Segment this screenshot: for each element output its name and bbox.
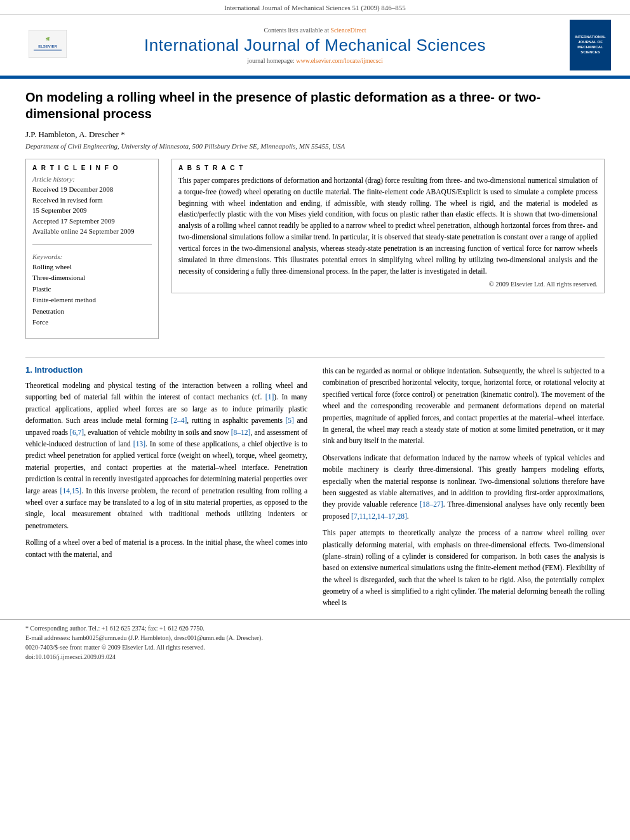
sciencedirect-line: Contents lists available at ScienceDirec… (76, 27, 554, 34)
homepage-link[interactable]: www.elsevier.com/locate/ijmecsci (296, 57, 383, 64)
article-authors: J.P. Hambleton, A. Drescher * (25, 130, 605, 140)
received1: Received 19 December 2008 (32, 184, 152, 195)
ref-5: [5] (285, 417, 293, 424)
journal-cover: INTERNATIONAL JOURNAL OF MECHANICAL SCIE… (570, 20, 611, 70)
body-col-left: 1. Introduction Theoretical modeling and… (25, 365, 307, 614)
keywords-label: Keywords: (32, 253, 152, 260)
body-paragraph-3: this can be regarded as normal or obliqu… (323, 365, 605, 447)
body-paragraph-2: Rolling of a wheel over a bed of materia… (25, 537, 307, 560)
info-divider (32, 244, 152, 245)
journal-citation-text: International Journal of Mechanical Scie… (224, 4, 406, 11)
svg-rect-0 (29, 30, 67, 58)
available-online: Available online 24 September 2009 (32, 226, 152, 237)
keyword-3: Plastic (32, 284, 152, 295)
journal-header-center: Contents lists available at ScienceDirec… (76, 27, 554, 64)
body-paragraph-4: Observations indicate that deformation i… (323, 452, 605, 522)
footnote-corresponding: * Corresponding author. Tel.: +1 612 625… (25, 623, 605, 633)
ref-14-15: [14,15] (60, 487, 82, 495)
journal-cover-area: INTERNATIONAL JOURNAL OF MECHANICAL SCIE… (554, 20, 611, 70)
body-paragraph-1: Theoretical modeling and physical testin… (25, 380, 307, 531)
ref-18-27: [18–27] (420, 500, 443, 508)
keyword-5: Penetration (32, 306, 152, 317)
article-info-abstract-row: A R T I C L E I N F O Article history: R… (25, 159, 605, 347)
svg-text:ELSEVIER: ELSEVIER (38, 44, 57, 48)
ref-2-4: [2–4] (171, 417, 187, 424)
article-info-column: A R T I C L E I N F O Article history: R… (25, 159, 159, 347)
journal-title: International Journal of Mechanical Scie… (76, 36, 554, 55)
cover-title: INTERNATIONAL JOURNAL OF MECHANICAL SCIE… (572, 35, 608, 55)
journal-homepage: journal homepage: www.elsevier.com/locat… (76, 57, 554, 64)
received2: 15 September 2009 (32, 205, 152, 216)
ref-8-12: [8–12] (231, 429, 251, 436)
footnote-doi: doi:10.1016/j.ijmecsci.2009.09.024 (25, 652, 605, 662)
abstract-text: This paper compares predictions of defor… (178, 175, 598, 277)
footnote-area: * Corresponding author. Tel.: +1 612 625… (0, 619, 630, 662)
revised-label: Received in revised form (32, 195, 152, 206)
body-two-col: 1. Introduction Theoretical modeling and… (25, 365, 605, 614)
history-label: Article history: (32, 175, 152, 183)
ref-6-7: [6,7] (70, 429, 84, 436)
footnote-email: E-mail addresses: hamb0025@umn.edu (J.P.… (25, 633, 605, 643)
keyword-2: Three-dimensional (32, 272, 152, 284)
keyword-6: Force (32, 317, 152, 328)
keywords-section: Keywords: Rolling wheel Three-dimensiona… (32, 253, 152, 329)
keyword-4: Finite-element method (32, 295, 152, 306)
abstract-box: A B S T R A C T This paper compares pred… (171, 159, 605, 293)
ref-7-28: [7,11,12,14–17,28] (351, 512, 407, 520)
journal-citation-bar: International Journal of Mechanical Scie… (0, 0, 630, 15)
blue-divider (0, 77, 630, 79)
body-paragraph-5: This paper attempts to theoretically ana… (323, 527, 605, 609)
elsevier-logo: 🌿 ELSEVIER (29, 30, 67, 60)
article-info-label: A R T I C L E I N F O (32, 164, 152, 171)
article-info-box: A R T I C L E I N F O Article history: R… (25, 159, 159, 339)
body-col-right: this can be regarded as normal or obliqu… (323, 365, 605, 614)
article-title: On modeling a rolling wheel in the prese… (25, 89, 605, 122)
page-container: International Journal of Mechanical Scie… (0, 0, 630, 840)
footnote-license: 0020-7403/$-see front matter © 2009 Else… (25, 643, 605, 652)
article-section: On modeling a rolling wheel in the prese… (0, 89, 630, 614)
elsevier-logo-area: 🌿 ELSEVIER (19, 30, 76, 60)
svg-text:🌿: 🌿 (46, 37, 50, 41)
section-divider (25, 357, 605, 357)
sciencedirect-link[interactable]: ScienceDirect (330, 27, 366, 34)
accepted: Accepted 17 September 2009 (32, 216, 152, 227)
abstract-label: A B S T R A C T (178, 164, 598, 171)
abstract-column: A B S T R A C T This paper compares pred… (171, 159, 605, 347)
copyright-line: © 2009 Elsevier Ltd. All rights reserved… (178, 281, 598, 288)
ref-1: [1] (265, 393, 274, 401)
ref-13: [13] (133, 440, 145, 448)
journal-header: 🌿 ELSEVIER Contents lists available at S… (0, 15, 630, 77)
article-history: Article history: Received 19 December 20… (32, 175, 152, 237)
keyword-1: Rolling wheel (32, 262, 152, 273)
article-affiliation: Department of Civil Engineering, Univers… (25, 142, 605, 150)
section1-heading: 1. Introduction (25, 365, 307, 375)
keywords-list: Rolling wheel Three-dimensional Plastic … (32, 262, 152, 329)
